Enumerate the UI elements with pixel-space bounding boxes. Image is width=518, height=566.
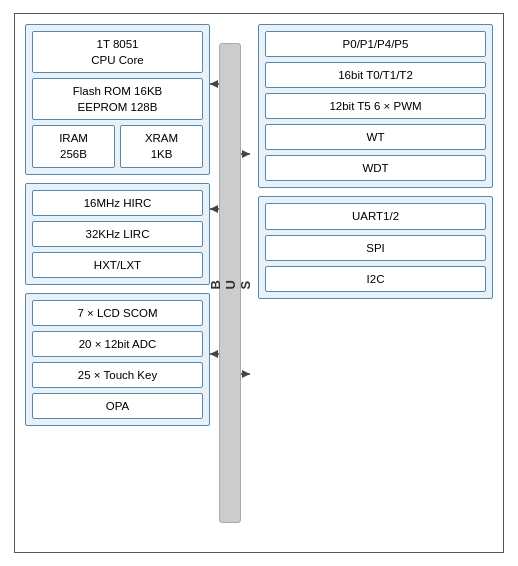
bus-column: B U S [210,24,250,542]
flash-eeprom-box: Flash ROM 16KB EEPROM 128B [32,78,203,120]
ports-box: P0/P1/P4/P5 [265,31,486,57]
svg-marker-5 [210,205,218,213]
wdt-box: WDT [265,155,486,181]
cpu-core-box: 1T 8051 CPU Core [32,31,203,73]
i2c-box: I2C [265,266,486,292]
timers-16-box: 16bit T0/T1/T2 [265,62,486,88]
hirc-box: 16MHz HIRC [32,190,203,216]
uart-box: UART1/2 [265,203,486,229]
cpu-group: 1T 8051 CPU Core Flash ROM 16KB EEPROM 1… [25,24,210,175]
svg-marker-10 [242,150,250,158]
lirc-box: 32KHz LIRC [32,221,203,247]
timers-12-box: 12bit T5 6 × PWM [265,93,486,119]
bus-label: B U S [208,276,253,289]
touch-key-box: 25 × Touch Key [32,362,203,388]
hxt-lxt-box: HXT/LXT [32,252,203,278]
io-group: P0/P1/P4/P5 16bit T0/T1/T2 12bit T5 6 × … [258,24,493,188]
peripheral-group: 7 × LCD SCOM 20 × 12bit ADC 25 × Touch K… [25,293,210,426]
spi-box: SPI [265,235,486,261]
xram-box: XRAM 1KB [120,125,203,167]
diagram: 1T 8051 CPU Core Flash ROM 16KB EEPROM 1… [14,13,504,553]
iram-box: IRAM 256B [32,125,115,167]
svg-marker-12 [242,370,250,378]
memory-row: IRAM 256B XRAM 1KB [32,125,203,167]
wt-box: WT [265,124,486,150]
svg-marker-2 [210,80,218,88]
comm-group: UART1/2 SPI I2C [258,196,493,298]
clock-group: 16MHz HIRC 32KHz LIRC HXT/LXT [25,183,210,285]
left-column: 1T 8051 CPU Core Flash ROM 16KB EEPROM 1… [25,24,210,542]
adc-box: 20 × 12bit ADC [32,331,203,357]
opa-box: OPA [32,393,203,419]
bus-bar: B U S [219,43,241,523]
lcd-scom-box: 7 × LCD SCOM [32,300,203,326]
svg-marker-8 [210,350,218,358]
right-column: P0/P1/P4/P5 16bit T0/T1/T2 12bit T5 6 × … [250,24,493,542]
